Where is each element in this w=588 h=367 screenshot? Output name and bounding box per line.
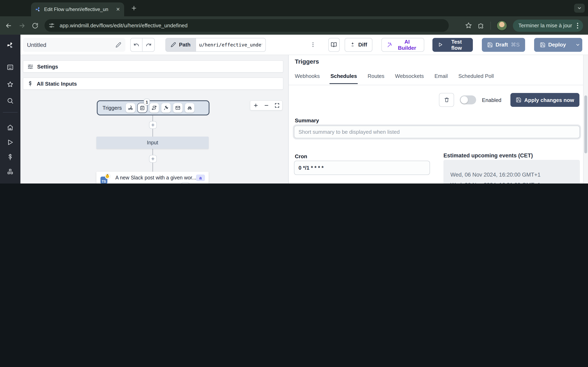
path-group: Path [165,38,266,52]
enabled-toggle[interactable] [460,95,476,104]
flow-name-box[interactable]: Untitled [23,38,126,52]
deploy-more-chevron-icon[interactable] [572,38,582,52]
redo-button[interactable] [143,38,155,52]
websocket-trigger-icon[interactable] [161,103,171,113]
add-step-button[interactable] [149,121,157,129]
test-flow-button[interactable]: Test flow [432,38,473,52]
site-info-icon[interactable] [49,22,55,29]
toolbar-kebab-icon[interactable] [310,42,316,48]
flow-graph-panel: Settings All Static Inputs [20,55,289,184]
browser-url-row: app.windmill.dev/flows/edit/u/henri/effe… [0,16,588,35]
webhook-trigger-icon[interactable] [126,103,135,113]
chrome-actions: Terminer la mise à jour [465,19,583,32]
url-text: app.windmill.dev/flows/edit/u/henri/effe… [60,22,188,29]
screen: Edit Flow u/henri/effective_un ✕ app.win… [0,0,588,184]
summary-input[interactable] [294,125,580,138]
bookmark-star-icon[interactable] [465,22,472,29]
tab-email[interactable]: Email [434,73,448,84]
event-row: Wed, 06 Nov 2024, 16:21:00 GMT+1 [450,180,580,184]
route-trigger-icon[interactable] [149,103,159,113]
slack-step-node[interactable]: TS 👶 A new Slack post with a given wor..… [96,172,209,184]
schedule-count-badge: 1 [144,99,150,105]
app-sidebar [0,35,20,184]
new-tab-button[interactable] [131,5,137,11]
path-button[interactable]: Path [165,38,195,52]
events-title: Estimated upcoming events (CET) [443,152,533,159]
windmill-logo[interactable] [7,42,14,49]
flow-name: Untitled [27,42,46,48]
sidebar-home-icon[interactable] [7,124,14,131]
schedule-controls: Enabled Apply changes now [439,93,579,107]
tab-routes[interactable]: Routes [367,73,384,84]
app-frame: Untitled Path [0,35,588,184]
schedule-trigger-icon[interactable]: 1 [138,103,147,113]
docs-book-button[interactable] [328,38,340,52]
cron-input[interactable] [294,161,430,175]
draft-button[interactable]: Draft ⌘S [482,38,525,52]
windmill-favicon [35,7,41,12]
diff-label: Diff [358,42,367,48]
back-icon[interactable] [5,22,12,29]
flow-settings-row[interactable]: Settings [23,60,283,73]
diff-button[interactable]: Diff [345,38,372,52]
sidebar-favorites-icon[interactable] [7,81,14,88]
event-row: Wed, 06 Nov 2024, 16:20:00 GMT+1 [450,170,580,180]
browser-tab-strip: Edit Flow u/henri/effective_un ✕ [0,0,588,16]
browser-tab[interactable]: Edit Flow u/henri/effective_un ✕ [31,2,124,16]
flow-toolbar: Untitled Path [20,35,588,55]
test-flow-label: Test flow [446,39,467,51]
save-icon [540,42,545,48]
email-trigger-icon[interactable] [173,103,182,113]
apply-changes-label: Apply changes now [524,97,574,103]
wand-icon [387,42,392,48]
sidebar-variables-icon[interactable] [7,154,14,160]
tab-webhooks[interactable]: Webhooks [295,73,320,84]
early-stop-button[interactable] [181,182,190,184]
undo-button[interactable] [130,38,143,52]
trigger-tabs: Webhooks Schedules Routes Websockets Ema… [295,73,494,84]
add-step-button[interactable] [149,155,157,163]
edit-name-pencil-icon[interactable] [116,42,121,48]
url-bar[interactable]: app.windmill.dev/flows/edit/u/henri/effe… [44,19,449,32]
input-node[interactable]: Input [96,137,209,149]
triggers-node-label: Triggers [103,105,122,111]
graph-zoom-controls [250,100,283,110]
triggers-node[interactable]: Triggers 1 [97,100,209,115]
sidebar-apps-icon[interactable] [7,64,14,71]
tab-websockets[interactable]: Websockets [395,73,424,84]
tab-scheduled-poll[interactable]: Scheduled Poll [458,73,494,84]
scheduled-poll-trigger-icon[interactable] [185,103,194,113]
settings-label: Settings [37,63,58,69]
delete-schedule-button[interactable] [439,93,454,107]
save-icon [516,97,521,103]
app-main: Untitled Path [20,35,588,184]
apply-changes-button[interactable]: Apply changes now [510,93,579,107]
ai-builder-button[interactable]: AI Builder [381,38,424,52]
plus-minus-icon [350,42,355,47]
chrome-update-button[interactable]: Terminer la mise à jour [513,19,583,32]
forward-icon[interactable] [18,22,26,29]
browser-menu-icon[interactable] [576,22,579,29]
zoom-in-button[interactable] [250,101,261,110]
deploy-button[interactable]: Deploy [534,38,572,52]
all-static-inputs-row[interactable]: All Static Inputs [23,77,283,90]
reload-icon[interactable] [32,22,38,29]
cron-label: Cron [295,153,307,159]
enabled-label: Enabled [482,97,501,103]
path-input[interactable] [195,38,266,52]
profile-avatar[interactable] [496,20,507,31]
input-node-label: Input [96,140,209,146]
sidebar-runs-icon[interactable] [7,139,14,146]
zoom-out-button[interactable] [261,101,272,110]
triggers-detail-panel: Triggers Webhooks Schedules Routes Webso… [289,55,588,184]
tab-close-icon[interactable]: ✕ [116,7,120,12]
tab-search-chevron-icon[interactable] [574,4,585,13]
extensions-puzzle-icon[interactable] [477,22,484,29]
sidebar-resources-icon[interactable] [7,168,14,175]
tab-schedules[interactable]: Schedules [330,73,357,84]
scrollbar-thumb[interactable] [584,95,587,153]
fit-view-button[interactable] [272,101,282,110]
update-button-label: Terminer la mise à jour [518,22,572,29]
slack-step-label: A new Slack post with a given wor... [103,175,209,181]
sidebar-search-icon[interactable] [7,97,14,104]
